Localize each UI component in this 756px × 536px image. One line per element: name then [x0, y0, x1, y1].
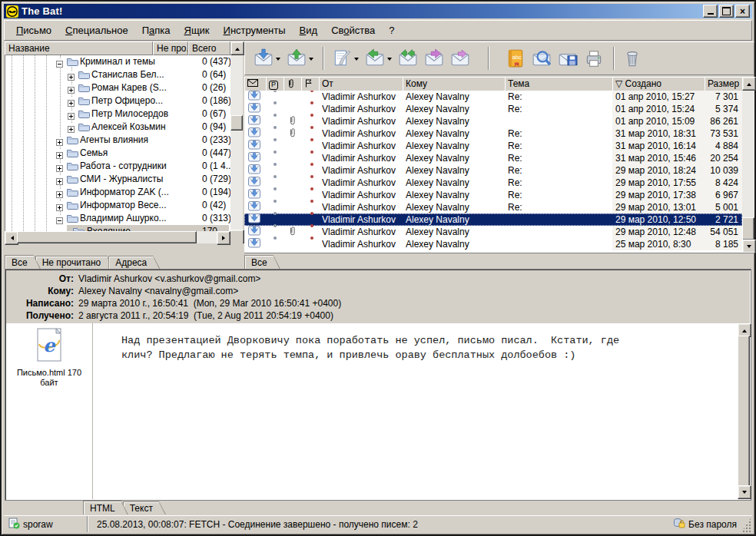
message-row[interactable]: Vladimir AshurkovAlexey NavalnyRe:31 мар…: [244, 127, 742, 140]
folder-row[interactable]: Криминал и темы0 (437): [5, 55, 230, 68]
message-row[interactable]: Vladimir AshurkovAlexey Navalny29 мар 20…: [244, 226, 742, 238]
expand-toggle[interactable]: [56, 189, 63, 196]
dropdown-arrow-icon[interactable]: [387, 58, 392, 63]
message-row[interactable]: Vladimir AshurkovAlexey NavalnyRe:31 мар…: [244, 152, 742, 164]
expand-toggle[interactable]: [56, 137, 63, 144]
scrollbar-thumb[interactable]: [17, 231, 197, 243]
toolbar-button-redirect[interactable]: [448, 47, 472, 70]
dropdown-arrow-icon[interactable]: [309, 58, 313, 63]
message-row[interactable]: Vladimir AshurkovAlexey Navalny25 мар 20…: [244, 238, 742, 250]
column-header-size[interactable]: Размер: [705, 77, 744, 91]
message-row[interactable]: Vladimir AshurkovAlexey Navalny29 мар 20…: [244, 213, 742, 226]
maximize-button[interactable]: [719, 5, 734, 18]
scrollbar-thumb[interactable]: [742, 217, 754, 240]
scrollbar-thumb[interactable]: [230, 115, 243, 131]
scroll-down-button[interactable]: [738, 485, 751, 499]
folder-row[interactable]: Петр Офицеро...0 (186): [5, 94, 230, 108]
menu-item-инструменты[interactable]: Инструменты: [217, 22, 293, 38]
tree-column-total[interactable]: Всего: [188, 41, 230, 55]
message-row[interactable]: Vladimir AshurkovAlexey NavalnyRe:31 мар…: [244, 140, 742, 152]
title-bar[interactable]: The Bat! ×: [4, 4, 752, 18]
expand-toggle[interactable]: [56, 176, 63, 183]
toolbar-button-save[interactable]: [555, 47, 580, 70]
dropdown-arrow-icon[interactable]: [276, 58, 280, 63]
folder-row[interactable]: Станислав Бел...0 (64): [5, 68, 230, 81]
menu-item-вид[interactable]: Вид: [293, 22, 325, 38]
folder-row[interactable]: Роман Карев (S...0 (26): [5, 81, 230, 94]
menu-item-ящик[interactable]: Ящик: [177, 22, 216, 38]
toolbar-button-send-mail[interactable]: [284, 47, 316, 70]
folder-tab-адреса[interactable]: Адреса: [108, 256, 160, 269]
column-header-from[interactable]: От: [319, 77, 403, 91]
folder-row[interactable]: Петр Милосердов0 (67): [5, 108, 230, 121]
toolbar-button-forward[interactable]: [422, 47, 446, 70]
account-indicator[interactable]: sporaw: [4, 516, 88, 532]
scroll-down-button[interactable]: [742, 240, 756, 253]
minimize-button[interactable]: [703, 5, 718, 18]
dropdown-arrow-icon[interactable]: [354, 58, 359, 63]
close-button[interactable]: ×: [735, 5, 750, 18]
toolbar-button-delete[interactable]: [620, 47, 645, 70]
column-header-envelope[interactable]: [244, 77, 267, 91]
message-row[interactable]: Vladimir AshurkovAlexey Navalny01 апр 20…: [244, 115, 742, 127]
folder-row[interactable]: СМИ - Журналисты0 (729): [5, 173, 230, 186]
body-vertical-scrollbar[interactable]: [738, 323, 750, 499]
column-header-to[interactable]: Кому: [403, 77, 506, 91]
message-row[interactable]: Vladimir AshurkovAlexey NavalnyRe:01 апр…: [244, 91, 742, 103]
password-indicator[interactable]: Без пароля: [654, 516, 741, 532]
message-row[interactable]: Vladimir AshurkovAlexey NavalnyRe:01 апр…: [244, 103, 742, 115]
toolbar-button-print[interactable]: [582, 47, 606, 70]
tree-vertical-scrollbar[interactable]: [230, 41, 243, 243]
message-row[interactable]: Vladimir AshurkovAlexey NavalnyRe:29 мар…: [244, 164, 742, 177]
column-header-priority[interactable]: P: [266, 77, 284, 91]
toolbar-button-address-book[interactable]: abc: [503, 47, 528, 70]
attachment-item[interactable]: e Письмо.html 170 байт: [14, 327, 85, 388]
column-header-attachment[interactable]: [284, 77, 302, 91]
toolbar-button-search[interactable]: [529, 47, 554, 70]
scroll-up-button[interactable]: [742, 77, 756, 91]
scroll-right-button[interactable]: [217, 231, 230, 245]
column-header-subject[interactable]: Тема: [505, 77, 613, 91]
menu-item-папка[interactable]: Папка: [135, 22, 177, 38]
folder-row[interactable]: Информатор ZAK (...0 (194): [5, 186, 230, 199]
scroll-up-button[interactable]: [230, 41, 244, 55]
menu-item-специальное[interactable]: Специальное: [58, 22, 135, 38]
menu-item-свойства[interactable]: Свойства: [324, 22, 382, 38]
folder-row[interactable]: Владимир Ашурко...0 (313): [5, 212, 230, 225]
folder-tab-все[interactable]: Все: [5, 255, 41, 269]
tree-column-unread[interactable]: Не про...: [153, 41, 188, 55]
expand-toggle[interactable]: [68, 98, 75, 104]
menu-item-письмо[interactable]: Письмо: [9, 22, 58, 38]
column-header-created[interactable]: ▽ Создано: [612, 77, 705, 91]
folder-row[interactable]: Агенты влияния0 (233): [5, 134, 230, 147]
toolbar-button-receive-mail[interactable]: [251, 47, 283, 70]
folder-row[interactable]: Алексей Козьмин0 (94): [5, 121, 230, 134]
folder-row[interactable]: Информатор Весе...0 (42): [5, 199, 230, 212]
view-tab-текст[interactable]: Текст: [123, 501, 166, 514]
expand-toggle[interactable]: [56, 150, 63, 157]
list-vertical-scrollbar[interactable]: [742, 77, 754, 253]
expand-toggle[interactable]: [68, 71, 75, 78]
toolbar-button-reply[interactable]: [363, 47, 394, 70]
column-header-flag[interactable]: [301, 77, 320, 91]
toolbar-button-reply-all[interactable]: [396, 47, 420, 70]
expand-toggle[interactable]: [56, 202, 63, 209]
expand-toggle[interactable]: [56, 163, 63, 170]
toolbar-button-new-message[interactable]: [330, 47, 361, 70]
message-row[interactable]: Vladimir AshurkovAlexey NavalnyRe:29 мар…: [244, 201, 742, 213]
folder-row[interactable]: Работа - сотрудники0 (1 4..: [5, 160, 230, 173]
tree-column-name[interactable]: Название: [5, 41, 153, 55]
collapse-toggle[interactable]: [56, 58, 63, 65]
tree-horizontal-scrollbar[interactable]: [5, 231, 230, 243]
folder-row[interactable]: Семья0 (447): [5, 147, 230, 160]
resize-grip[interactable]: [741, 516, 752, 532]
collapse-toggle[interactable]: [56, 215, 63, 222]
expand-toggle[interactable]: [68, 124, 75, 131]
folder-tab-не-прочитано[interactable]: Не прочитано: [35, 256, 114, 269]
message-row[interactable]: Vladimir AshurkovAlexey NavalnyRe:29 мар…: [244, 177, 742, 189]
scrollbar-thumb[interactable]: [738, 336, 750, 487]
message-row[interactable]: Vladimir AshurkovAlexey NavalnyRe:29 мар…: [244, 189, 742, 201]
message-list-tab-все[interactable]: Все: [244, 255, 280, 269]
menu-item-?[interactable]: ?: [382, 22, 401, 38]
expand-toggle[interactable]: [68, 111, 75, 117]
